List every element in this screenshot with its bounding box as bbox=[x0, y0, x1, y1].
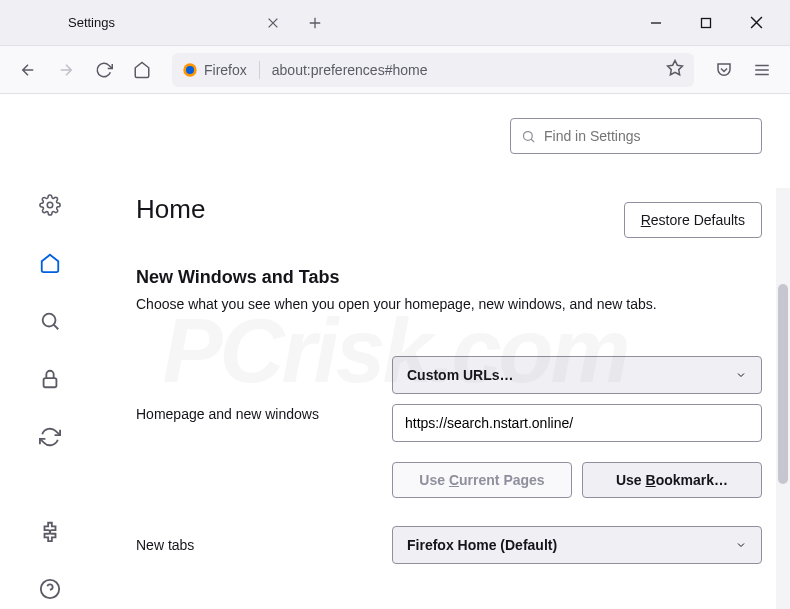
forward-button[interactable] bbox=[50, 54, 82, 86]
home-button[interactable] bbox=[126, 54, 158, 86]
window-close-button[interactable] bbox=[742, 9, 770, 37]
search-icon bbox=[521, 129, 536, 144]
new-tab-button[interactable] bbox=[301, 9, 329, 37]
pocket-button[interactable] bbox=[708, 54, 740, 86]
sidebar-item-sync[interactable] bbox=[36, 426, 64, 448]
homepage-button-row: Use Current Pages Use Bookmark… bbox=[392, 462, 762, 498]
reload-button[interactable] bbox=[88, 54, 120, 86]
newtabs-select-value: Firefox Home (Default) bbox=[407, 537, 557, 553]
svg-rect-1 bbox=[702, 18, 711, 27]
settings-search[interactable] bbox=[510, 118, 762, 154]
homepage-select-value: Custom URLs… bbox=[407, 367, 514, 383]
titlebar: Settings bbox=[0, 0, 790, 46]
urlbar-url: about:preferences#home bbox=[272, 62, 428, 78]
svg-point-9 bbox=[524, 131, 533, 140]
svg-marker-4 bbox=[668, 60, 683, 74]
chevron-down-icon bbox=[735, 369, 747, 381]
svg-point-3 bbox=[186, 66, 194, 74]
urlbar[interactable]: Firefox about:preferences#home bbox=[172, 53, 694, 87]
restore-defaults-button[interactable]: Restore Defaults bbox=[624, 202, 762, 238]
urlbar-separator bbox=[259, 61, 260, 79]
svg-point-6 bbox=[43, 314, 56, 327]
minimize-button[interactable] bbox=[642, 9, 670, 37]
section-title: New Windows and Tabs bbox=[136, 267, 762, 288]
homepage-label: Homepage and new windows bbox=[136, 356, 380, 422]
window-controls bbox=[642, 9, 782, 37]
back-button[interactable] bbox=[12, 54, 44, 86]
homepage-url-input[interactable] bbox=[392, 404, 762, 442]
content-area: Home Restore Defaults New Windows and Ta… bbox=[0, 94, 790, 609]
settings-sidebar bbox=[0, 94, 100, 609]
use-bookmark-button[interactable]: Use Bookmark… bbox=[582, 462, 762, 498]
homepage-row: Homepage and new windows Custom URLs… Us… bbox=[136, 356, 762, 498]
urlbar-identity-label: Firefox bbox=[204, 62, 247, 78]
newtabs-field-group: Firefox Home (Default) bbox=[392, 526, 762, 564]
newtabs-row: New tabs Firefox Home (Default) bbox=[136, 526, 762, 564]
bookmark-star-icon[interactable] bbox=[666, 59, 684, 81]
sidebar-item-privacy[interactable] bbox=[36, 368, 64, 390]
homepage-field-group: Custom URLs… Use Current Pages Use Bookm… bbox=[392, 356, 762, 498]
sidebar-item-general[interactable] bbox=[36, 194, 64, 216]
homepage-select[interactable]: Custom URLs… bbox=[392, 356, 762, 394]
maximize-button[interactable] bbox=[692, 9, 720, 37]
menu-button[interactable] bbox=[746, 54, 778, 86]
tab-title: Settings bbox=[68, 15, 257, 30]
svg-point-5 bbox=[47, 202, 53, 208]
newtabs-select[interactable]: Firefox Home (Default) bbox=[392, 526, 762, 564]
sidebar-item-help[interactable] bbox=[36, 578, 64, 600]
chevron-down-icon bbox=[735, 539, 747, 551]
sidebar-item-extensions[interactable] bbox=[36, 520, 64, 542]
settings-search-input[interactable] bbox=[544, 128, 751, 144]
newtabs-label: New tabs bbox=[136, 537, 380, 553]
browser-tab[interactable]: Settings bbox=[48, 5, 293, 41]
sidebar-item-search[interactable] bbox=[36, 310, 64, 332]
section-description: Choose what you see when you open your h… bbox=[136, 296, 762, 312]
svg-rect-7 bbox=[44, 378, 57, 387]
use-current-pages-button[interactable]: Use Current Pages bbox=[392, 462, 572, 498]
settings-main: Home Restore Defaults New Windows and Ta… bbox=[100, 94, 790, 609]
sidebar-item-home[interactable] bbox=[36, 252, 64, 274]
toolbar: Firefox about:preferences#home bbox=[0, 46, 790, 94]
firefox-identity: Firefox bbox=[182, 62, 247, 78]
close-icon[interactable] bbox=[265, 15, 281, 31]
